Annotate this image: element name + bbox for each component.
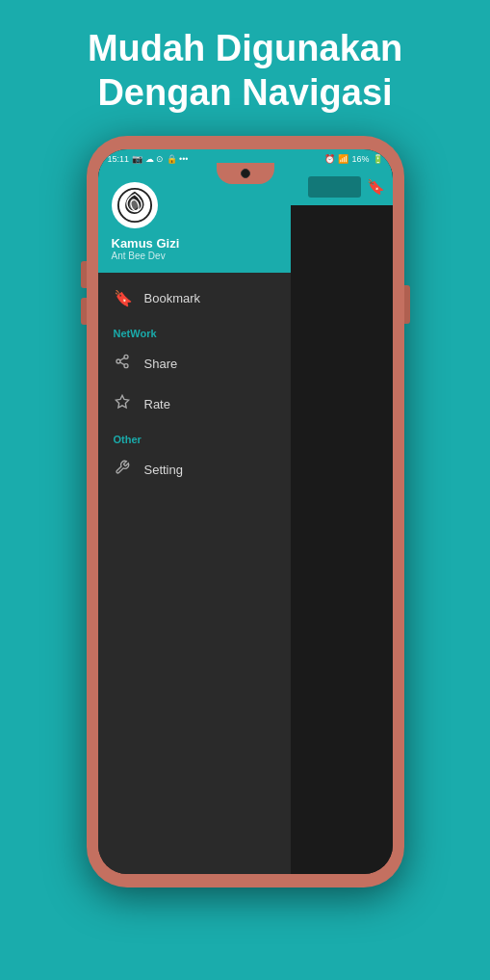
hero-text: Mudah Digunakan Dengan Navigasi bbox=[59, 0, 431, 136]
drawer-header: Kamus Gizi Ant Bee Dev bbox=[98, 169, 291, 273]
status-left: 15:11 📷 ☁ ⊙ 🔒 ••• bbox=[108, 154, 189, 164]
volume-down-button bbox=[81, 298, 87, 325]
drawer-area: Kamus Gizi Ant Bee Dev 🔖 Bookmark NetWor… bbox=[98, 169, 393, 874]
rate-icon bbox=[114, 394, 131, 413]
main-content: 🔖 bbox=[291, 169, 393, 874]
svg-line-5 bbox=[119, 362, 124, 365]
status-right: ⏰ 📶 16% 🔋 bbox=[324, 154, 382, 164]
svg-point-3 bbox=[116, 359, 120, 363]
alarm-icon: ⏰ bbox=[324, 154, 335, 164]
svg-line-6 bbox=[119, 358, 124, 361]
volume-up-button bbox=[81, 261, 87, 288]
toolbar-search-box bbox=[308, 176, 361, 198]
bookmark-label: Bookmark bbox=[144, 291, 201, 305]
status-icons: 📷 ☁ ⊙ 🔒 ••• bbox=[132, 154, 188, 164]
svg-marker-7 bbox=[116, 396, 128, 409]
battery-text: 16% bbox=[351, 154, 369, 164]
power-button bbox=[404, 285, 410, 324]
drawer-item-rate[interactable]: Rate bbox=[98, 384, 291, 424]
phone-mockup: 15:11 📷 ☁ ⊙ 🔒 ••• ⏰ 📶 16% 🔋 bbox=[87, 136, 404, 887]
svg-point-4 bbox=[124, 364, 128, 368]
svg-point-2 bbox=[124, 356, 128, 359]
main-toolbar: 🔖 bbox=[291, 169, 393, 205]
phone-screen: 15:11 📷 ☁ ⊙ 🔒 ••• ⏰ 📶 16% 🔋 bbox=[98, 149, 393, 874]
camera-notch bbox=[217, 163, 274, 184]
app-logo bbox=[112, 182, 158, 228]
app-name: Kamus Gizi bbox=[112, 236, 277, 251]
share-icon bbox=[114, 354, 131, 373]
battery-icon: 🔋 bbox=[373, 154, 383, 164]
share-label: Share bbox=[144, 357, 178, 371]
bookmark-icon: 🔖 bbox=[114, 289, 131, 307]
drawer-item-share[interactable]: Share bbox=[98, 343, 291, 384]
network-section-label: NetWork bbox=[98, 318, 291, 343]
other-section-label: Other bbox=[98, 424, 291, 449]
toolbar-bookmark-icon: 🔖 bbox=[367, 178, 385, 196]
drawer-item-bookmark[interactable]: 🔖 Bookmark bbox=[98, 278, 291, 318]
drawer-menu: 🔖 Bookmark NetWork Shar bbox=[98, 273, 291, 874]
app-dev: Ant Bee Dev bbox=[112, 251, 277, 261]
rate-label: Rate bbox=[144, 397, 170, 411]
camera-dot bbox=[241, 169, 250, 178]
hero-section: Mudah Digunakan Dengan Navigasi bbox=[59, 0, 431, 136]
nav-drawer: Kamus Gizi Ant Bee Dev 🔖 Bookmark NetWor… bbox=[98, 169, 291, 874]
signal-icon: 📶 bbox=[338, 154, 348, 164]
logo-icon bbox=[116, 187, 153, 224]
setting-icon bbox=[114, 460, 131, 479]
status-time: 15:11 bbox=[108, 154, 130, 164]
setting-label: Setting bbox=[144, 463, 183, 477]
drawer-item-setting[interactable]: Setting bbox=[98, 449, 291, 490]
